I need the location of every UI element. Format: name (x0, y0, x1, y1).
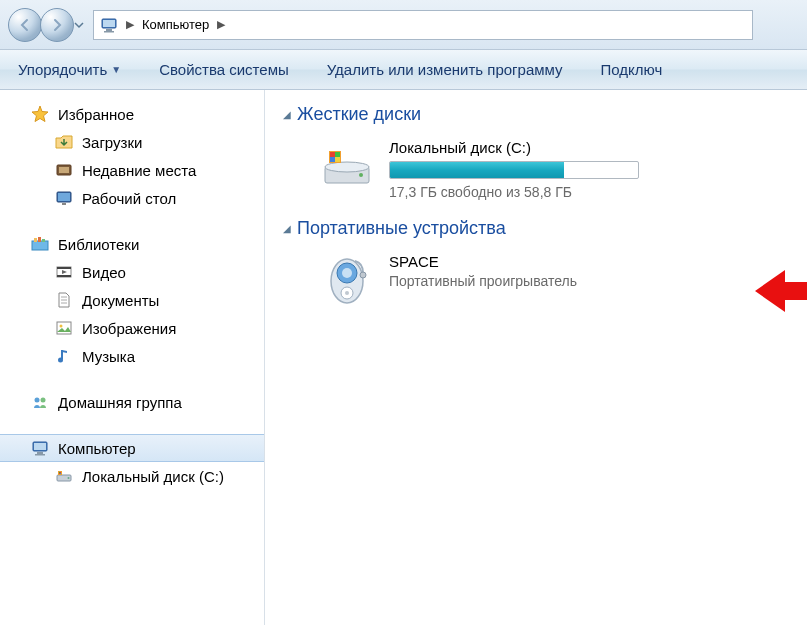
breadcrumb-separator-icon: ▶ (124, 18, 136, 31)
sidebar-item-label: Домашняя группа (58, 394, 182, 411)
chevron-down-icon: ▼ (111, 64, 121, 75)
svg-rect-12 (42, 239, 45, 242)
sidebar-item-pictures[interactable]: Изображения (0, 314, 264, 342)
svg-rect-38 (335, 157, 340, 162)
sidebar-item-label: Библиотеки (58, 236, 139, 253)
svg-rect-30 (60, 473, 61, 474)
section-title: Жесткие диски (297, 104, 421, 125)
section-title: Портативные устройства (297, 218, 506, 239)
arrow-right-icon (50, 18, 64, 32)
sidebar-item-favorites[interactable]: Избранное (0, 100, 264, 128)
organize-menu[interactable]: Упорядочить ▼ (18, 61, 121, 78)
arrow-left-icon (18, 18, 32, 32)
nav-buttons (8, 8, 87, 42)
device-subtitle: Портативный проигрыватель (389, 273, 577, 289)
device-title: SPACE (389, 253, 577, 270)
hard-drive-icon (319, 137, 375, 193)
svg-rect-3 (104, 31, 114, 33)
homegroup-icon (30, 392, 50, 412)
forward-button[interactable] (40, 8, 74, 42)
command-toolbar: Упорядочить ▼ Свойства системы Удалить и… (0, 50, 807, 90)
svg-rect-29 (59, 472, 60, 473)
computer-icon (30, 438, 50, 458)
svg-point-17 (60, 325, 63, 328)
navigation-bar: ▶ Компьютер ▶ (0, 0, 807, 50)
main-area: Избранное Загрузки Недавние места (0, 90, 807, 625)
svg-point-18 (58, 358, 63, 363)
svg-rect-5 (59, 167, 69, 173)
svg-rect-22 (34, 443, 46, 450)
svg-rect-2 (106, 29, 112, 31)
sidebar-item-label: Видео (82, 264, 126, 281)
downloads-icon (54, 132, 74, 152)
chevron-down-icon (74, 20, 84, 30)
svg-rect-14 (57, 267, 71, 269)
organize-label: Упорядочить (18, 61, 107, 78)
sidebar-item-downloads[interactable]: Загрузки (0, 128, 264, 156)
sidebar-item-music[interactable]: Музыка (0, 342, 264, 370)
svg-point-32 (325, 162, 369, 172)
svg-rect-23 (37, 452, 43, 454)
drive-details: Локальный диск (C:) 17,3 ГБ свободно из … (389, 137, 639, 200)
svg-rect-11 (38, 237, 41, 242)
section-header-hdd[interactable]: ◢ Жесткие диски (283, 104, 807, 125)
drive-title: Локальный диск (C:) (389, 139, 639, 156)
connect-label: Подключ (601, 61, 663, 78)
pictures-icon (54, 318, 74, 338)
sidebar-item-label: Недавние места (82, 162, 196, 179)
sidebar-item-label: Рабочий стол (82, 190, 176, 207)
svg-rect-24 (35, 454, 45, 456)
sidebar-item-label: Документы (82, 292, 159, 309)
sidebar-item-label: Локальный диск (C:) (82, 468, 224, 485)
sidebar-item-label: Избранное (58, 106, 134, 123)
libraries-icon (30, 234, 50, 254)
document-icon (54, 290, 74, 310)
music-icon (54, 346, 74, 366)
device-item-space[interactable]: SPACE Портативный проигрыватель (283, 247, 807, 325)
drive-usage-bar (389, 161, 639, 179)
sidebar-item-label: Компьютер (58, 440, 136, 457)
svg-point-26 (68, 477, 70, 479)
uninstall-program-button[interactable]: Удалить или изменить программу (327, 61, 563, 78)
svg-rect-7 (58, 193, 70, 201)
svg-rect-15 (57, 275, 71, 277)
back-button[interactable] (8, 8, 42, 42)
computer-icon (100, 16, 118, 34)
svg-point-44 (360, 272, 366, 278)
breadcrumb-location[interactable]: Компьютер (142, 17, 209, 32)
sidebar-item-computer[interactable]: Компьютер (0, 434, 264, 462)
uninstall-label: Удалить или изменить программу (327, 61, 563, 78)
sidebar-item-label: Изображения (82, 320, 176, 337)
svg-rect-35 (330, 152, 335, 157)
portable-player-icon (319, 251, 375, 307)
sidebar-item-homegroup[interactable]: Домашняя группа (0, 388, 264, 416)
annotation-arrow (755, 270, 807, 312)
device-details: SPACE Портативный проигрыватель (389, 251, 577, 289)
drive-icon (54, 466, 74, 486)
sidebar-item-label: Загрузки (82, 134, 142, 151)
svg-rect-10 (34, 238, 37, 242)
sidebar-item-label: Музыка (82, 348, 135, 365)
connect-button[interactable]: Подключ (601, 61, 663, 78)
system-properties-button[interactable]: Свойства системы (159, 61, 289, 78)
section-header-portable[interactable]: ◢ Портативные устройства (283, 218, 807, 239)
sidebar-item-videos[interactable]: Видео (0, 258, 264, 286)
sidebar-item-local-disk[interactable]: Локальный диск (C:) (0, 462, 264, 490)
address-bar[interactable]: ▶ Компьютер ▶ (93, 10, 753, 40)
drive-usage-text: 17,3 ГБ свободно из 58,8 ГБ (389, 184, 639, 200)
sidebar-item-desktop[interactable]: Рабочий стол (0, 184, 264, 212)
sidebar-item-documents[interactable]: Документы (0, 286, 264, 314)
navigation-pane: Избранное Загрузки Недавние места (0, 90, 265, 625)
video-icon (54, 262, 74, 282)
svg-point-19 (35, 398, 40, 403)
svg-point-43 (345, 291, 349, 295)
collapse-caret-icon: ◢ (283, 223, 291, 234)
sidebar-item-libraries[interactable]: Библиотеки (0, 230, 264, 258)
svg-point-20 (41, 398, 46, 403)
red-arrow-icon (755, 270, 807, 312)
system-properties-label: Свойства системы (159, 61, 289, 78)
drive-item-c[interactable]: Локальный диск (C:) 17,3 ГБ свободно из … (283, 133, 807, 218)
star-icon (30, 104, 50, 124)
sidebar-item-recent[interactable]: Недавние места (0, 156, 264, 184)
breadcrumb-separator-icon[interactable]: ▶ (215, 18, 227, 31)
